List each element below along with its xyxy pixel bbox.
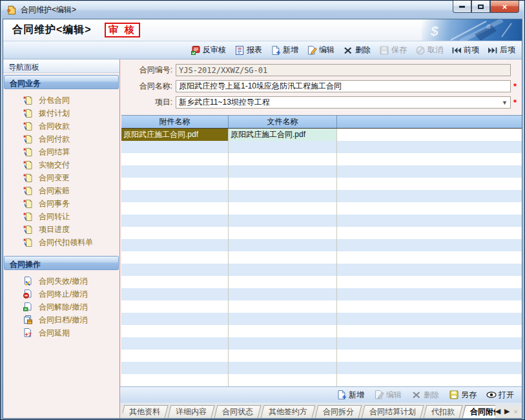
contract-number-field[interactable]: YJS-2012/XXWZ/SG-01 (176, 64, 511, 76)
tab-label: 合同结算计划 (369, 406, 416, 417)
doc-note-icon (23, 147, 33, 157)
header-art: $a (422, 19, 522, 41)
column-header-1[interactable]: 文件名称 (229, 116, 337, 128)
table-row-selected[interactable]: 原阳武庄施工合同.pdf原阳武庄施工合同.pdf (121, 129, 522, 141)
toolbar-revoke-audit-button[interactable]: 反审核 (188, 43, 229, 57)
sidebar-item-archive[interactable]: 合同归档/撤消 (3, 313, 119, 326)
table-cell (121, 190, 229, 202)
table-row-empty[interactable] (121, 202, 522, 215)
tab-settlement-plan[interactable]: 合同结算计划 (362, 405, 424, 418)
table-row-empty[interactable] (121, 141, 522, 153)
table-row-empty[interactable] (121, 350, 522, 362)
sidebar-item-subcontract[interactable]: 分包合同 (3, 94, 119, 107)
tab-detail-content[interactable]: 详细内容 (168, 405, 215, 418)
bottom-toolbar-save-as-button[interactable]: 另存 (446, 388, 479, 402)
table-row-empty[interactable] (121, 227, 522, 239)
sidebar-section-contract-operations[interactable]: 合同操作 (4, 256, 119, 270)
open-eye-icon (486, 390, 497, 400)
sidebar-item-invalidate[interactable]: 合同失效/撤消 (3, 275, 119, 288)
table-row-empty[interactable] (121, 313, 522, 325)
table-row-empty[interactable] (121, 337, 522, 350)
sidebar-item-contract-transfer[interactable]: 合同转让 (3, 210, 119, 223)
sidebar-item-contract-settlement[interactable]: 合同结算 (3, 145, 119, 158)
table-cell (229, 141, 337, 153)
invalidate-icon (23, 276, 33, 286)
sidebar-item-payment-plan[interactable]: 拨付计划 (3, 107, 119, 120)
sidebar-item-contract-change[interactable]: 合同变更 (3, 171, 119, 184)
sidebar-item-rescind[interactable]: 合同解除/撤消 (3, 300, 119, 313)
table-row-empty[interactable] (121, 251, 522, 264)
minimize-button[interactable] (453, 1, 471, 13)
table-cell (229, 239, 337, 251)
tab-nav: ◀ ▶ × (495, 407, 518, 418)
tab-attachments[interactable]: 合同附件 (462, 405, 495, 418)
sidebar-item-contract-receipt[interactable]: 合同收款 (3, 120, 119, 132)
table-cell (121, 264, 229, 276)
table-row-empty[interactable] (121, 325, 522, 337)
toolbar-next-item-button[interactable]: 后项 (485, 43, 518, 57)
maximize-button[interactable] (471, 1, 490, 13)
contract-name-field[interactable]: 原阳武庄控导上延1-10垛应急防汛工程施工合同 (176, 80, 511, 92)
tab-contract-status[interactable]: 合同状态 (214, 405, 262, 418)
toolbar-delete-button[interactable]: 删除 (340, 43, 373, 57)
sidebar-item-contract-payment[interactable]: 合同付款 (3, 132, 119, 145)
table-cell (121, 153, 229, 165)
sidebar-item-withhold-material[interactable]: 合同代扣领料单 (3, 236, 119, 249)
table-cell (337, 325, 522, 337)
sidebar-item-project-progress[interactable]: 项目进度 (3, 223, 119, 236)
tab-label: 合同状态 (222, 406, 253, 417)
tab-other-signers[interactable]: 其他签约方 (261, 405, 316, 418)
doc-note-icon (23, 160, 33, 170)
table-row-empty[interactable] (121, 239, 522, 251)
column-header-0[interactable]: 附件名称 (121, 116, 229, 128)
table-row-empty[interactable] (121, 165, 522, 178)
sidebar-item-label: 合同收款 (39, 121, 70, 132)
table-row-empty[interactable] (121, 300, 522, 313)
table-cell (337, 337, 522, 350)
table-row-empty[interactable] (121, 190, 522, 202)
sidebar-item-contract-affairs[interactable]: 合同事务 (3, 197, 119, 210)
bottom-toolbar-open-button[interactable]: 打开 (484, 388, 517, 402)
tab-close-button[interactable]: × (514, 408, 518, 415)
toolbar-report-button[interactable]: 报表 (232, 43, 265, 57)
table-row-empty[interactable] (121, 215, 522, 227)
bottom-toolbar-edit-button: 编辑 (371, 388, 404, 402)
tab-bar: 其他资料详细内容合同状态其他签约方合同拆分合同结算计划代扣款合同附件合同 ◀ ▶… (120, 403, 522, 418)
bottom-toolbar-add-button[interactable]: 新增 (334, 388, 367, 402)
button-label: 编辑 (386, 390, 402, 401)
table-row-empty[interactable] (121, 178, 522, 190)
table-row-empty[interactable] (121, 264, 522, 276)
button-label: 后项 (500, 45, 515, 56)
doc-note-icon (23, 237, 33, 247)
sidebar-item-contract-claim[interactable]: 合同索赔 (3, 184, 119, 197)
sidebar-item-physical-delivery[interactable]: 实物交付 (3, 158, 119, 171)
toolbar-add-button[interactable]: 新增 (268, 43, 301, 57)
project-dropdown[interactable]: 新乡武庄11~13坝控导工程 ▼ (176, 96, 511, 109)
table-row-empty[interactable] (121, 362, 522, 374)
tab-contract-split[interactable]: 合同拆分 (315, 405, 362, 418)
maximize-icon (478, 5, 484, 9)
table-cell (229, 178, 337, 190)
table-row-empty[interactable] (121, 153, 522, 165)
project-label: 项目: (120, 97, 176, 108)
sidebar-item-extend[interactable]: +7合同延期 (3, 326, 119, 339)
toolbar-prev-item-button[interactable]: 前项 (449, 43, 482, 57)
titlebar[interactable]: 合同维护<编辑> (1, 1, 524, 19)
tab-other-info[interactable]: 其他资料 (123, 405, 168, 418)
tab-withholding[interactable]: 代扣款 (424, 405, 463, 418)
sidebar-item-terminate[interactable]: 合同终止/撤消 (3, 288, 119, 300)
app-frame: 合同维护<编辑> 审 核 $a 反审核报表新增编辑删除保存取消前项后项 导航面板… (3, 19, 522, 419)
form-row-project: 项目: 新乡武庄11~13坝控导工程 ▼ * (120, 96, 519, 109)
table-row-empty[interactable] (121, 288, 522, 300)
table-row-empty[interactable] (121, 276, 522, 288)
close-button[interactable]: × (490, 1, 519, 13)
sidebar-section-contract-business[interactable]: 合同业务 (4, 75, 119, 89)
column-header-2[interactable] (337, 116, 522, 128)
table-cell (229, 300, 337, 313)
tab-scroll-right-button[interactable]: ▶ (504, 407, 510, 415)
table-row-empty[interactable] (121, 374, 522, 386)
tab-scroll-left-button[interactable]: ◀ (495, 407, 500, 415)
sidebar-item-label: 合同变更 (39, 173, 70, 184)
table-cell (337, 178, 522, 190)
toolbar-edit-button[interactable]: 编辑 (304, 43, 337, 57)
